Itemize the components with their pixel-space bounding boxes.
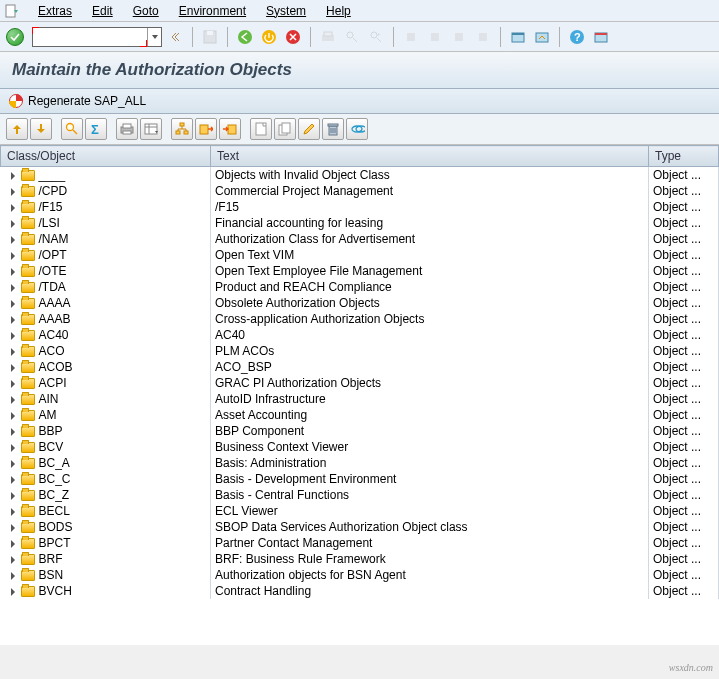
command-field[interactable]	[32, 27, 162, 47]
command-menu-icon[interactable]	[4, 3, 20, 19]
export-button[interactable]	[195, 118, 217, 140]
table-row[interactable]: /CPDCommercial Project ManagementObject …	[1, 183, 719, 199]
col-header-text[interactable]: Text	[211, 146, 649, 167]
table-row[interactable]: /NAMAuthorization Class for Advertisemen…	[1, 231, 719, 247]
expand-icon[interactable]	[11, 444, 15, 452]
help-button[interactable]: ?	[566, 27, 588, 47]
expand-icon[interactable]	[11, 476, 15, 484]
table-row[interactable]: AC40AC40Object ...	[1, 327, 719, 343]
history-collapse-icon[interactable]	[164, 27, 186, 47]
create-shortcut-button[interactable]	[531, 27, 553, 47]
customize-layout-button[interactable]	[590, 27, 612, 47]
expand-icon[interactable]	[11, 364, 15, 372]
menu-system[interactable]: System	[256, 2, 316, 20]
table-row[interactable]: BRFBRF: Business Rule FrameworkObject ..…	[1, 551, 719, 567]
table-row[interactable]: BODSSBOP Data Services Authorization Obj…	[1, 519, 719, 535]
copy-button[interactable]	[274, 118, 296, 140]
command-dropdown-icon[interactable]	[147, 28, 161, 46]
expand-icon[interactable]	[11, 412, 15, 420]
print-alv-button[interactable]	[116, 118, 138, 140]
display-button[interactable]	[346, 118, 368, 140]
expand-icon[interactable]	[11, 204, 15, 212]
table-row[interactable]: /TDAProduct and REACH ComplianceObject .…	[1, 279, 719, 295]
object-text: Product and REACH Compliance	[211, 279, 649, 295]
expand-icon[interactable]	[11, 172, 15, 180]
expand-icon[interactable]	[11, 348, 15, 356]
object-type: Object ...	[649, 311, 719, 327]
table-row[interactable]: AAABCross-application Authorization Obje…	[1, 311, 719, 327]
expand-icon[interactable]	[11, 588, 15, 596]
expand-icon[interactable]	[11, 460, 15, 468]
expand-icon[interactable]	[11, 380, 15, 388]
menu-help[interactable]: Help	[316, 2, 361, 20]
exit-button[interactable]	[258, 27, 280, 47]
sum-button[interactable]: Σ	[85, 118, 107, 140]
create-button[interactable]	[250, 118, 272, 140]
expand-icon[interactable]	[11, 284, 15, 292]
table-row[interactable]: /OTEOpen Text Employee File ManagementOb…	[1, 263, 719, 279]
menu-environment[interactable]: Environment	[169, 2, 256, 20]
menu-edit[interactable]: Edit	[82, 2, 123, 20]
table-row[interactable]: AMAsset AccountingObject ...	[1, 407, 719, 423]
expand-icon[interactable]	[11, 556, 15, 564]
table-row[interactable]: ____Objects with Invalid Object ClassObj…	[1, 167, 719, 184]
table-row[interactable]: ACOBACO_BSPObject ...	[1, 359, 719, 375]
object-type: Object ...	[649, 327, 719, 343]
alv-toolbar: Σ	[0, 114, 719, 145]
expand-icon[interactable]	[11, 492, 15, 500]
expand-icon[interactable]	[11, 572, 15, 580]
menu-goto[interactable]: Goto	[123, 2, 169, 20]
object-name: AIN	[39, 392, 59, 406]
table-row[interactable]: BC_ZBasis - Central FunctionsObject ...	[1, 487, 719, 503]
table-row[interactable]: /OPTOpen Text VIMObject ...	[1, 247, 719, 263]
table-row[interactable]: BBPBBP ComponentObject ...	[1, 423, 719, 439]
delete-button[interactable]	[322, 118, 344, 140]
expand-icon[interactable]	[11, 316, 15, 324]
collapse-all-button[interactable]	[30, 118, 52, 140]
table-row[interactable]: BVCHContract HandlingObject ...	[1, 583, 719, 599]
expand-icon[interactable]	[11, 300, 15, 308]
expand-icon[interactable]	[11, 236, 15, 244]
table-row[interactable]: AINAutoID InfrastructureObject ...	[1, 391, 719, 407]
new-session-button[interactable]	[507, 27, 529, 47]
expand-icon[interactable]	[11, 540, 15, 548]
table-row[interactable]: BPCTPartner Contact ManagementObject ...	[1, 535, 719, 551]
menu-extras[interactable]: Extras	[28, 2, 82, 20]
object-type: Object ...	[649, 551, 719, 567]
expand-icon[interactable]	[11, 268, 15, 276]
expand-icon[interactable]	[11, 396, 15, 404]
expand-icon[interactable]	[11, 332, 15, 340]
table-row[interactable]: BC_CBasis - Development EnvironmentObjec…	[1, 471, 719, 487]
col-header-class[interactable]: Class/Object	[1, 146, 211, 167]
table-row[interactable]: ACOPLM ACOsObject ...	[1, 343, 719, 359]
expand-all-button[interactable]	[6, 118, 28, 140]
expand-icon[interactable]	[11, 220, 15, 228]
table-row[interactable]: AAAAObsolete Authorization ObjectsObject…	[1, 295, 719, 311]
import-button[interactable]	[219, 118, 241, 140]
table-row[interactable]: BC_ABasis: AdministrationObject ...	[1, 455, 719, 471]
cancel-button[interactable]	[282, 27, 304, 47]
hierarchy-up-button[interactable]	[171, 118, 193, 140]
table-row[interactable]: BECLECL ViewerObject ...	[1, 503, 719, 519]
object-type: Object ...	[649, 455, 719, 471]
table-row[interactable]: BCVBusiness Context ViewerObject ...	[1, 439, 719, 455]
expand-icon[interactable]	[11, 524, 15, 532]
object-name: BC_A	[39, 456, 70, 470]
object-type: Object ...	[649, 503, 719, 519]
edit-button[interactable]	[298, 118, 320, 140]
table-row[interactable]: BSNAuthorization objects for BSN AgentOb…	[1, 567, 719, 583]
expand-icon[interactable]	[11, 252, 15, 260]
table-row[interactable]: /F15/F15Object ...	[1, 199, 719, 215]
table-row[interactable]: /LSIFinancial accounting for leasingObje…	[1, 215, 719, 231]
regenerate-button[interactable]: Regenerate SAP_ALL	[28, 94, 146, 108]
expand-icon[interactable]	[11, 508, 15, 516]
enter-button[interactable]	[6, 28, 24, 46]
back-button[interactable]	[234, 27, 256, 47]
expand-icon[interactable]	[11, 428, 15, 436]
tree-table[interactable]: Class/Object Text Type ____Objects with …	[0, 145, 719, 645]
find-alv-button[interactable]	[61, 118, 83, 140]
table-row[interactable]: ACPIGRAC PI Authorization ObjectsObject …	[1, 375, 719, 391]
col-header-type[interactable]: Type	[649, 146, 719, 167]
layout-button[interactable]	[140, 118, 162, 140]
expand-icon[interactable]	[11, 188, 15, 196]
